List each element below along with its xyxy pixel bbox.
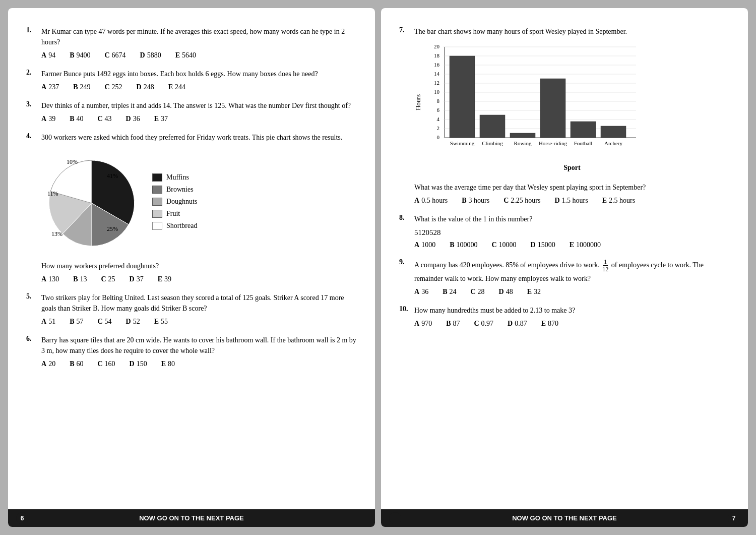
q9-answers: A36 B24 C28 D48 E32 [414, 288, 730, 296]
q4-num: 4. [26, 132, 38, 283]
q7-num: 7. [399, 26, 411, 205]
q6-answer-b: B60 [70, 360, 83, 368]
q5-num: 5. [26, 292, 38, 326]
legend-shortbread: Shortbread [152, 222, 197, 230]
q10-answer-c: C0.97 [474, 320, 493, 328]
q8-answer-a: A1000 [414, 241, 435, 249]
bar-chart-outer: Hours 0 2 4 [414, 42, 730, 163]
question-2: 2. Farmer Bunce puts 1492 eggs into boxe… [26, 69, 357, 91]
q10-answer-b: B87 [446, 320, 460, 328]
q6-num: 6. [26, 335, 38, 368]
q10-answers: A970 B87 C0.97 D0.87 E870 [414, 320, 730, 328]
question-6: 6. Barry has square tiles that are 20 cm… [26, 335, 357, 368]
q2-answer-a: A237 [41, 83, 59, 91]
q9-text-part1: A company has 420 employees. 85% of empl… [414, 261, 601, 269]
pct-fruit: 11% [47, 190, 58, 197]
q2-text: Farmer Bunce puts 1492 eggs into boxes. … [41, 69, 357, 79]
q2-answer-e: E244 [168, 83, 185, 91]
q3-num: 3. [26, 100, 38, 123]
q3-answer-c: C43 [97, 115, 111, 123]
q9-answer-a: A36 [414, 288, 428, 296]
q3-answer-d: D36 [126, 115, 140, 123]
label-horseriding: Horse-riding [539, 140, 568, 146]
legend-label-brownies: Brownies [166, 186, 194, 194]
q10-num: 10. [399, 305, 411, 328]
q7-answer-a: A0.5 hours [414, 197, 448, 205]
left-page-num: 6 [16, 512, 28, 524]
right-footer-text: NOW GO ON TO THE NEXT PAGE [512, 514, 617, 522]
label-football: Football [574, 140, 593, 146]
q5-content: Two strikers play for Belting United. La… [41, 292, 357, 326]
q6-answer-c: C160 [97, 360, 115, 368]
q3-answer-b: B40 [70, 115, 83, 123]
q6-text: Barry has square tiles that are 20 cm wi… [41, 335, 357, 356]
q10-text: How many hundredths must be added to 2.1… [414, 305, 730, 316]
question-10: 10. How many hundredths must be added to… [399, 305, 730, 328]
q3-text: Dev thinks of a number, triples it and a… [41, 100, 357, 111]
bar-chart-svg: 0 2 4 6 8 10 12 14 [424, 42, 641, 163]
q8-answers: A1000 B100000 C10000 D15000 E1000000 [414, 241, 730, 249]
bar-archery [601, 126, 626, 138]
q7-answer-c: C2.25 hours [503, 197, 540, 205]
q1-answer-d: D5880 [140, 51, 161, 60]
q1-num: 1. [26, 26, 38, 60]
q8-answer-e: E1000000 [570, 241, 601, 249]
q3-answer-e: E37 [154, 115, 168, 123]
q2-answer-d: D248 [137, 83, 154, 91]
q4-answer-d: D37 [130, 275, 144, 283]
y-tick-8: 8 [437, 98, 440, 104]
label-archery: Archery [604, 140, 623, 146]
pie-chart-svg: 41% 25% 13% 11% 10% [41, 148, 142, 254]
label-climbing: Climbing [482, 140, 503, 146]
q9-answer-c: C28 [470, 288, 484, 296]
legend-fruit: Fruit [152, 210, 197, 218]
q8-num: 8. [399, 214, 411, 249]
q2-answers: A237 B249 C252 D248 E244 [41, 83, 357, 91]
q9-answer-e: E32 [527, 288, 541, 296]
q8-answer-c: C10000 [491, 241, 516, 249]
pie-chart-container: 41% 25% 13% 11% 10% Muffins Brownies [41, 148, 357, 256]
right-page-num-left [389, 512, 401, 524]
y-tick-2: 2 [437, 125, 440, 131]
q4-answer-c: C25 [101, 275, 115, 283]
right-page-num: 7 [728, 512, 740, 524]
q9-content: A company has 420 employees. 85% of empl… [414, 258, 730, 296]
q6-answers: A20 B60 C160 D150 E80 [41, 360, 357, 368]
legend-color-shortbread [152, 222, 162, 230]
q7-text: The bar chart shows how many hours of sp… [414, 26, 730, 37]
question-3: 3. Dev thinks of a number, triples it an… [26, 100, 357, 123]
q1-content: Mr Kumar can type 47 words per minute. I… [41, 26, 357, 60]
q8-text: What is the value of the 1 in this numbe… [414, 214, 730, 224]
y-tick-4: 4 [437, 116, 440, 122]
q4-answer-e: E39 [158, 275, 171, 283]
q10-content: How many hundredths must be added to 2.1… [414, 305, 730, 328]
bar-football [571, 122, 596, 138]
q5-answer-a: A51 [41, 318, 55, 326]
question-4: 4. 300 workers were asked which food the… [26, 132, 357, 283]
fraction-numerator: 1 [603, 258, 608, 266]
question-8: 8. What is the value of the 1 in this nu… [399, 214, 730, 249]
q10-answer-e: E870 [541, 320, 558, 328]
q3-answers: A39 B40 C43 D36 E37 [41, 115, 357, 123]
y-tick-12: 12 [434, 80, 439, 86]
q8-content: What is the value of the 1 in this numbe… [414, 214, 730, 249]
left-footer: 6 NOW GO ON TO THE NEXT PAGE [8, 509, 375, 527]
q9-answer-b: B24 [443, 288, 456, 296]
question-5: 5. Two strikers play for Belting United.… [26, 292, 357, 326]
q1-answer-e: E5640 [175, 51, 196, 60]
legend-color-doughnuts [152, 198, 162, 206]
q6-content: Barry has square tiles that are 20 cm wi… [41, 335, 357, 368]
q9-num: 9. [399, 258, 411, 296]
y-axis-label: Hours [414, 94, 422, 110]
q3-content: Dev thinks of a number, triples it and a… [41, 100, 357, 123]
y-tick-0: 0 [437, 134, 440, 140]
q4-content: 300 workers were asked which food they p… [41, 132, 357, 283]
q5-answer-d: D52 [126, 318, 140, 326]
q5-text: Two strikers play for Belting United. La… [41, 292, 357, 314]
q4-answer-a: A130 [41, 275, 59, 283]
pct-muffins: 41% [107, 172, 118, 180]
y-tick-18: 18 [434, 52, 440, 58]
legend-doughnuts: Doughnuts [152, 198, 197, 206]
q2-answer-c: C252 [104, 83, 122, 91]
q4-answers: A130 B13 C25 D37 E39 [41, 275, 357, 283]
